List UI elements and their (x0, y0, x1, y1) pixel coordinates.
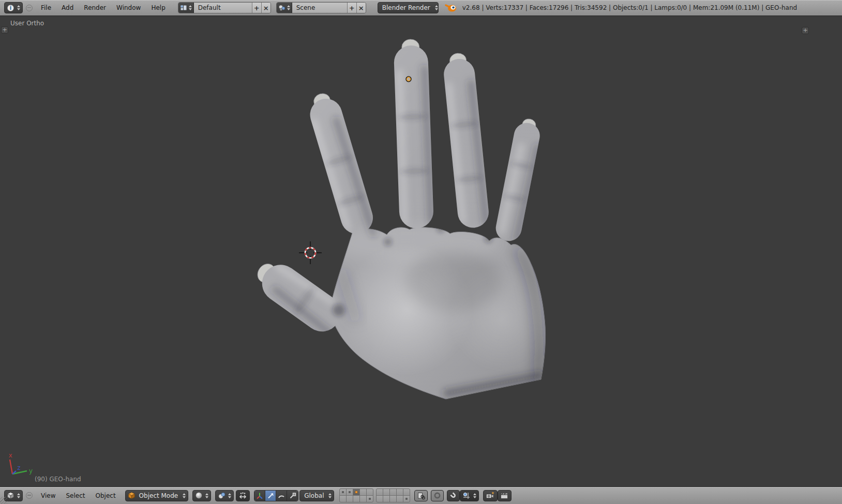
layer-cell[interactable] (390, 489, 396, 495)
layer-cell[interactable] (390, 496, 396, 502)
snap-increment-icon (462, 492, 471, 500)
layer-cell[interactable] (340, 489, 346, 495)
scale-icon (289, 492, 297, 500)
add-scene-button[interactable]: + (347, 3, 356, 13)
layer-cell[interactable] (360, 489, 366, 495)
translate-arrow-icon (266, 492, 275, 500)
transform-orientation-dropdown[interactable]: Global (299, 490, 334, 501)
pivot-point-dropdown[interactable] (215, 490, 234, 501)
orientation-label: Global (302, 492, 326, 499)
layer-cell[interactable] (397, 496, 403, 502)
properties-panel-expand-button[interactable]: + (802, 27, 809, 34)
layer-cell[interactable] (340, 496, 346, 502)
hand-shading (243, 26, 564, 419)
layer-cell[interactable] (353, 489, 359, 495)
render-engine-label: Blender Render (380, 4, 432, 11)
layer-cell[interactable] (383, 496, 389, 502)
layer-cell[interactable] (347, 496, 353, 502)
collapse-menus-icon[interactable] (26, 492, 33, 499)
layer-cell[interactable] (360, 496, 366, 502)
layer-cell[interactable] (367, 489, 373, 495)
axis-y-label: y (29, 467, 33, 475)
scene-browse-button[interactable] (277, 3, 292, 13)
chevron-updown-icon (189, 5, 192, 10)
manipulator-toggle-button[interactable] (254, 491, 265, 501)
manipulate-center-points-toggle[interactable] (236, 490, 250, 501)
layers-group-2 (376, 488, 410, 502)
opengl-render-image-button[interactable] (483, 490, 498, 501)
menu-render[interactable]: Render (79, 2, 111, 13)
layer-cell[interactable] (403, 489, 410, 495)
pivot-point-icon (218, 492, 225, 499)
viewport-header: View Select Object Object Mode (0, 486, 842, 504)
window-resize-grip[interactable] (0, 497, 7, 504)
render-engine-dropdown[interactable]: Blender Render (378, 2, 439, 13)
screen-layout-icon (180, 4, 187, 11)
chevron-updown-icon (435, 5, 438, 10)
chevron-updown-icon (17, 493, 20, 498)
viewport-editor-icon (7, 492, 14, 499)
cursor-3d[interactable] (299, 241, 322, 264)
chevron-updown-icon (287, 5, 290, 10)
menu-add[interactable]: Add (56, 2, 79, 13)
collapse-menus-icon[interactable] (26, 5, 33, 11)
mode-dropdown[interactable]: Object Mode (125, 490, 189, 501)
snap-toggle-button[interactable] (447, 490, 460, 501)
axis-x-label: x (9, 452, 12, 459)
layer-cell[interactable] (377, 489, 383, 495)
menu-help[interactable]: Help (146, 2, 170, 13)
layers-group-1 (339, 488, 373, 502)
viewport-shading-dropdown[interactable] (192, 490, 211, 501)
menu-view[interactable]: View (36, 490, 61, 501)
chevron-updown-icon (473, 493, 476, 498)
info-editor-icon: i (7, 4, 14, 12)
layer-cell[interactable] (377, 496, 383, 502)
snap-element-dropdown[interactable] (460, 490, 479, 501)
viewport-3d[interactable]: User Ortho (90) GEO-hand + + (0, 16, 842, 486)
layer-cell[interactable] (347, 489, 353, 495)
layout-browse-button[interactable] (178, 3, 194, 13)
axis-z-label: z (17, 464, 20, 471)
scale-manipulator-button[interactable] (287, 491, 298, 501)
rotate-manipulator-button[interactable] (276, 491, 287, 501)
opengl-render-animation-button[interactable] (498, 490, 512, 501)
menu-file[interactable]: File (36, 2, 56, 13)
svg-text:i: i (10, 5, 11, 11)
axis-gizmo: x y z (9, 452, 33, 475)
object-mode-icon (128, 492, 136, 499)
magnet-icon (449, 492, 457, 499)
layout-name-field[interactable]: Default (194, 3, 252, 13)
add-layout-button[interactable]: + (252, 3, 261, 13)
translate-manipulator-button[interactable] (265, 491, 276, 501)
scene-name-field[interactable]: Scene (292, 3, 347, 13)
menu-select[interactable]: Select (61, 490, 90, 501)
chevron-updown-icon (328, 493, 332, 498)
camera-render-icon (486, 491, 495, 500)
proportional-edit-icon (433, 492, 441, 499)
editor-type-selector-info[interactable]: i (4, 2, 23, 13)
lock-to-scene-toggle[interactable] (414, 490, 428, 501)
chevron-updown-icon (228, 493, 231, 498)
layer-cell[interactable] (367, 496, 373, 502)
manipulator-axes-icon (255, 492, 264, 500)
scene-icon (278, 4, 285, 11)
view-mode-label: User Ortho (10, 20, 44, 27)
layer-cell[interactable] (397, 489, 403, 495)
layer-cell[interactable] (383, 489, 389, 495)
scene-statistics: v2.68 | Verts:17337 | Faces:17296 | Tris… (462, 4, 797, 11)
shading-sphere-icon (195, 492, 203, 499)
layer-cell[interactable] (353, 496, 359, 502)
active-object-label: (90) GEO-hand (35, 476, 81, 483)
rotate-arc-icon (277, 492, 285, 500)
proportional-edit-dropdown[interactable] (431, 490, 444, 501)
center-points-icon (238, 492, 247, 499)
manipulator-widget-group (254, 490, 298, 501)
info-header: i File Add Render Window Help Default + … (0, 0, 842, 16)
close-layout-button[interactable]: × (261, 3, 270, 13)
layer-cell[interactable] (403, 496, 410, 502)
toolshelf-expand-button[interactable]: + (1, 26, 8, 34)
menu-window[interactable]: Window (111, 2, 146, 13)
menu-object[interactable]: Object (91, 490, 121, 501)
close-scene-button[interactable]: × (356, 3, 366, 13)
scene-selector: Scene + × (276, 2, 366, 13)
